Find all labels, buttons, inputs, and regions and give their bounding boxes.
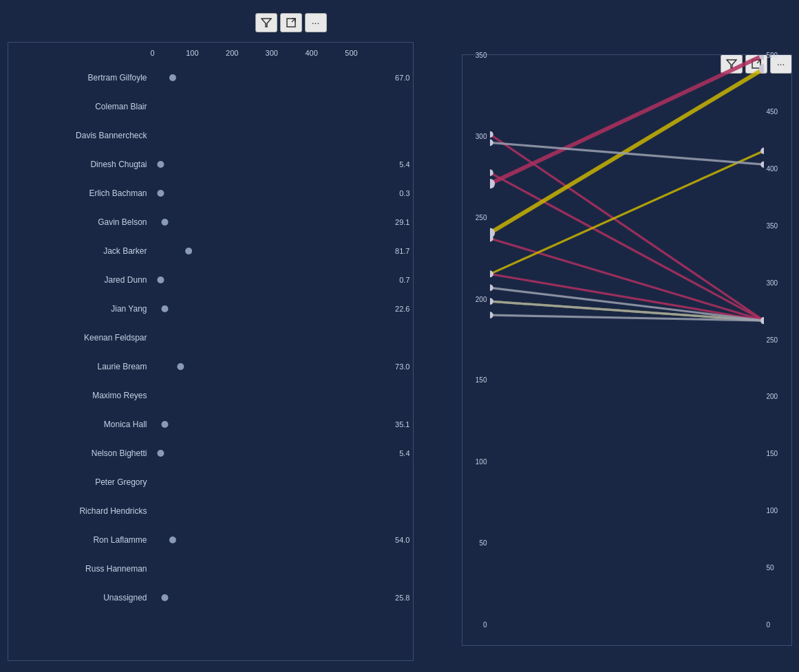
person-name: Peter Gregory [8,468,153,497]
chart-dot [760,161,764,168]
main-container: ··· ··· 0100200300400500 Bertram Gilfoyl… [8,13,792,660]
y-tick-left: 200 [476,295,487,303]
y-tick-left: 300 [476,132,487,140]
person-right-value [375,468,413,497]
y-tick-right: 150 [767,450,778,457]
x-tick: 300 [266,49,278,57]
x-tick: 100 [186,49,198,57]
x-tick: 0 [150,49,154,57]
chart-line [490,68,764,232]
person-name: Unassigned [8,583,153,612]
person-right-value [375,497,413,525]
person-right-value [375,92,413,121]
left-more-button[interactable]: ··· [305,13,327,32]
y-tick-left: 150 [476,376,487,384]
person-right-value: 5.4 [375,150,413,179]
person-right-value [375,323,413,352]
person-right-value: 22.6 [375,294,413,323]
chart-line [490,151,764,274]
chart-line [490,55,764,184]
person-name: Jack Barker [8,237,153,265]
y-tick-right: 300 [767,279,778,286]
dot[interactable] [161,305,168,312]
chart-dot [490,298,493,305]
person-right-value: 81.7 [375,237,413,265]
person-name: Erlich Bachman [8,179,153,208]
right-y-axis-left: 350300250200150100500 [462,55,490,625]
person-right-value [375,121,413,150]
dot[interactable] [157,161,164,168]
y-tick-right: 400 [767,165,778,173]
person-name: Jian Yang [8,294,153,323]
person-right-value: 0.3 [375,179,413,208]
person-name: Coleman Blair [8,92,153,121]
person-name: Maximo Reyes [8,381,153,410]
right-values-column: 67.05.40.329.181.70.722.673.035.15.454.0… [375,63,413,660]
y-tick-left: 350 [476,51,487,58]
right-panel: 350300250200150100500 500450400350300250… [462,54,792,646]
chart-dot [490,312,493,318]
person-right-value: 5.4 [375,439,413,468]
person-right-value: 29.1 [375,208,413,237]
dot[interactable] [157,450,164,457]
person-name: Gavin Belson [8,208,153,237]
person-name: Keenan Feldspar [8,323,153,352]
svg-marker-0 [262,19,271,27]
dot[interactable] [161,594,168,601]
person-name: Russ Hanneman [8,554,153,583]
person-right-value: 54.0 [375,525,413,554]
left-panel: 0100200300400500 Bertram GilfoyleColeman… [8,42,414,661]
person-name: Ron Laflamme [8,525,153,554]
dot[interactable] [169,74,175,81]
x-tick: 400 [305,49,317,57]
dot[interactable] [161,421,168,428]
y-tick-right: 100 [767,506,778,514]
left-expand-button[interactable] [280,13,302,32]
dot[interactable] [157,277,164,283]
right-y-axis-right: 500450400350300250200150100500 [764,55,791,625]
person-name: Nelson Bighetti [8,439,153,468]
dot[interactable] [157,190,164,197]
person-right-value: 35.1 [375,410,413,439]
x-tick: 200 [226,49,238,57]
person-name: Bertram Gilfoyle [8,63,153,92]
dot[interactable] [161,219,168,226]
person-right-value: 73.0 [375,352,413,381]
y-tick-left: 100 [476,457,487,465]
person-name: Dinesh Chugtai [8,150,153,179]
y-tick-left: 0 [483,620,487,628]
person-name: Richard Hendricks [8,497,153,525]
dot[interactable] [177,363,184,370]
y-tick-right: 500 [767,51,778,58]
person-right-value: 25.8 [375,583,413,612]
left-toolbar: ··· [255,13,327,32]
x-axis: 0100200300400500 [153,43,372,63]
y-tick-right: 0 [767,620,771,628]
chart-dot [490,139,493,146]
chart-dot [490,284,493,291]
person-name: Monica Hall [8,410,153,439]
person-name: Davis Bannercheck [8,121,153,150]
person-right-value: 0.7 [375,265,413,294]
dots-area [153,63,372,660]
y-tick-right: 250 [767,336,778,343]
y-tick-right: 450 [767,108,778,116]
dot[interactable] [169,536,175,543]
person-right-value [375,381,413,410]
person-name: Jared Dunn [8,265,153,294]
person-name: Laurie Bream [8,352,153,381]
chart-line [490,238,764,320]
names-column: Bertram GilfoyleColeman BlairDavis Banne… [8,63,153,660]
y-tick-left: 250 [476,214,487,221]
y-tick-right: 200 [767,393,778,400]
x-tick: 500 [345,49,357,57]
person-right-value [375,554,413,583]
person-right-value: 67.0 [375,63,413,92]
y-tick-right: 350 [767,221,778,229]
y-tick-right: 50 [767,563,774,571]
dot[interactable] [185,248,192,254]
y-tick-left: 50 [479,539,487,547]
left-filter-button[interactable] [255,13,277,32]
